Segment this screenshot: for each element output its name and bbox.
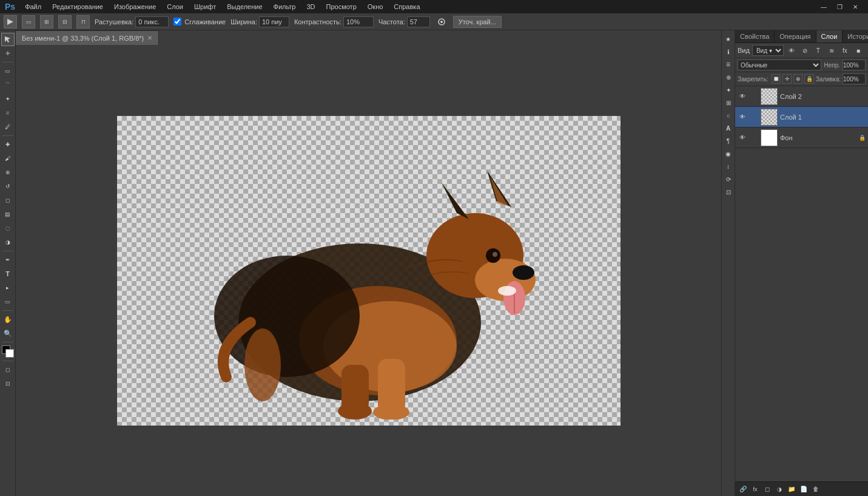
right-tool-13[interactable]: ⊡ bbox=[722, 186, 735, 198]
layer-fx-action[interactable]: fx bbox=[750, 484, 761, 495]
right-tool-4[interactable]: ⊕ bbox=[722, 71, 735, 83]
right-tool-text[interactable]: A bbox=[722, 122, 735, 134]
menu-window[interactable]: Окно bbox=[363, 2, 388, 12]
right-tool-6[interactable]: ⊞ bbox=[722, 97, 735, 109]
menu-file[interactable]: Файл bbox=[20, 2, 46, 12]
menu-filter[interactable]: Фильтр bbox=[269, 2, 301, 12]
tool-divider-1 bbox=[2, 62, 13, 63]
tool-blur[interactable]: ◌ bbox=[1, 222, 15, 235]
minimize-button[interactable]: — bbox=[816, 0, 832, 13]
tool-preset-btn[interactable] bbox=[4, 15, 17, 29]
fill-input[interactable] bbox=[843, 73, 866, 84]
tab-close-btn[interactable]: ✕ bbox=[147, 35, 152, 41]
lock-pixels-btn[interactable]: 🔲 bbox=[772, 74, 781, 84]
view-mode-select[interactable]: Вид ▾ bbox=[752, 45, 784, 56]
menu-image[interactable]: Изображение bbox=[109, 2, 161, 12]
layer-delete-action[interactable]: 🗑 bbox=[810, 484, 821, 495]
layer-visibility-2[interactable]: 👁 bbox=[738, 92, 747, 101]
color-swatch[interactable] bbox=[2, 345, 14, 358]
menu-select[interactable]: Выделение bbox=[222, 2, 267, 12]
layer-visibility-bg[interactable]: 👁 bbox=[738, 133, 747, 143]
right-tool-7[interactable]: ♫ bbox=[722, 109, 735, 121]
layer-new-action[interactable]: 📄 bbox=[798, 484, 809, 495]
tool-path-select[interactable]: ▸ bbox=[1, 281, 15, 294]
selection-rect-btn[interactable]: ▭ bbox=[22, 15, 35, 29]
tool-quick-select[interactable]: ✦ bbox=[1, 92, 15, 106]
layer-row-selected[interactable]: 👁 Слой 1 bbox=[735, 107, 868, 127]
tab-properties[interactable]: Свойства bbox=[735, 30, 775, 42]
tool-clone[interactable]: ⊕ bbox=[1, 166, 15, 179]
layer-group-action[interactable]: 📁 bbox=[786, 484, 797, 495]
canvas-wrapper[interactable] bbox=[16, 45, 721, 496]
tool-crop[interactable]: ⌗ bbox=[1, 106, 15, 120]
tool-brush[interactable]: 🖌 bbox=[1, 152, 15, 165]
tool-marquee[interactable]: ▭ bbox=[1, 64, 15, 78]
contrast-input[interactable] bbox=[343, 16, 374, 27]
right-tool-5[interactable]: ✦ bbox=[722, 84, 735, 96]
layer-effect-btn[interactable]: fx bbox=[839, 45, 850, 56]
tool-lasso[interactable]: ⌒ bbox=[1, 78, 15, 92]
opacity-input[interactable] bbox=[843, 59, 866, 70]
tool-select[interactable] bbox=[1, 33, 15, 46]
tool-text[interactable]: T bbox=[1, 267, 15, 280]
right-tool-3[interactable]: ≡ bbox=[722, 58, 735, 70]
stylus-pressure-btn[interactable] bbox=[435, 15, 448, 29]
layer-visibility-1[interactable]: 👁 bbox=[738, 112, 747, 122]
layer-attr-btn[interactable]: T bbox=[813, 45, 824, 56]
right-tool-12[interactable]: ⟳ bbox=[722, 173, 735, 185]
freq-input[interactable] bbox=[407, 16, 430, 27]
blend-mode-select[interactable]: Обычные bbox=[738, 59, 821, 70]
tool-screen-mode[interactable]: ⊡ bbox=[1, 377, 15, 390]
tool-dodge[interactable]: ◑ bbox=[1, 236, 15, 249]
layer-mode-btn[interactable]: ≋ bbox=[826, 45, 837, 56]
tool-eyedropper[interactable]: 🖉 bbox=[1, 120, 15, 134]
lock-all-btn[interactable]: 🔒 bbox=[804, 74, 813, 84]
tab-history[interactable]: История bbox=[843, 30, 868, 42]
menu-help[interactable]: Справка bbox=[389, 2, 425, 12]
selection-inter-btn[interactable]: ⊓ bbox=[76, 15, 90, 29]
close-button[interactable]: ✕ bbox=[847, 0, 863, 13]
tab-operations[interactable]: Операция bbox=[775, 30, 816, 42]
tool-mask-mode[interactable]: ◻ bbox=[1, 363, 15, 376]
tool-move[interactable]: ✛ bbox=[1, 47, 15, 60]
menu-edit[interactable]: Редактирование bbox=[47, 2, 108, 12]
tool-gradient[interactable]: ▤ bbox=[1, 208, 15, 221]
selection-sub-btn[interactable]: ⊟ bbox=[58, 15, 72, 29]
layer-color-btn[interactable]: ■ bbox=[853, 45, 864, 56]
document-tab[interactable]: Без имени-1 @ 33,3% (Слой 1, RGB/8*) ✕ bbox=[16, 30, 159, 45]
layer-filter-btn[interactable]: ⊘ bbox=[799, 45, 810, 56]
layer-row[interactable]: 👁 Слой 2 bbox=[735, 86, 868, 107]
tool-hand[interactable]: ✋ bbox=[1, 313, 15, 326]
lock-artboard-btn[interactable]: ⊕ bbox=[793, 74, 802, 84]
tool-history-brush[interactable]: ↺ bbox=[1, 180, 15, 193]
right-tool-11[interactable]: ↕ bbox=[722, 160, 735, 172]
menu-layers[interactable]: Слои bbox=[162, 2, 188, 12]
feather-input[interactable] bbox=[135, 16, 169, 27]
layer-visibility-toggle[interactable]: 👁 bbox=[786, 45, 797, 56]
width-input[interactable] bbox=[259, 16, 289, 27]
background-color[interactable] bbox=[5, 349, 14, 358]
layer-row-bg[interactable]: 👁 Фон 🔒 bbox=[735, 127, 868, 148]
selection-add-btn[interactable]: ⊞ bbox=[40, 15, 53, 29]
tool-healing[interactable]: ✚ bbox=[1, 138, 15, 151]
maximize-button[interactable]: ❐ bbox=[832, 0, 847, 13]
layer-mask-action[interactable]: ◻ bbox=[762, 484, 773, 495]
refine-edge-button[interactable]: Уточ. край... bbox=[453, 16, 502, 28]
tab-layers[interactable]: Слои bbox=[816, 30, 843, 42]
tool-eraser[interactable]: ◻ bbox=[1, 194, 15, 207]
layer-link-action[interactable]: 🔗 bbox=[738, 484, 749, 495]
menu-font[interactable]: Шрифт bbox=[189, 2, 221, 12]
tool-shape[interactable]: ▭ bbox=[1, 295, 15, 308]
right-tool-info[interactable]: ℹ bbox=[722, 46, 735, 58]
canvas[interactable] bbox=[117, 116, 621, 426]
right-tool-10[interactable]: ◉ bbox=[722, 148, 735, 160]
right-tool-1[interactable]: ★ bbox=[722, 33, 735, 45]
right-tool-9[interactable]: ¶ bbox=[722, 135, 735, 147]
tool-pen[interactable]: ✒ bbox=[1, 253, 15, 267]
antialias-checkbox[interactable] bbox=[173, 18, 181, 25]
menu-view[interactable]: Просмотр bbox=[321, 2, 362, 12]
menu-3d[interactable]: 3D bbox=[301, 2, 320, 12]
lock-position-btn[interactable]: ✛ bbox=[782, 74, 792, 84]
tool-zoom[interactable]: 🔍 bbox=[1, 327, 15, 340]
layer-adjustment-action[interactable]: ◑ bbox=[774, 484, 785, 495]
